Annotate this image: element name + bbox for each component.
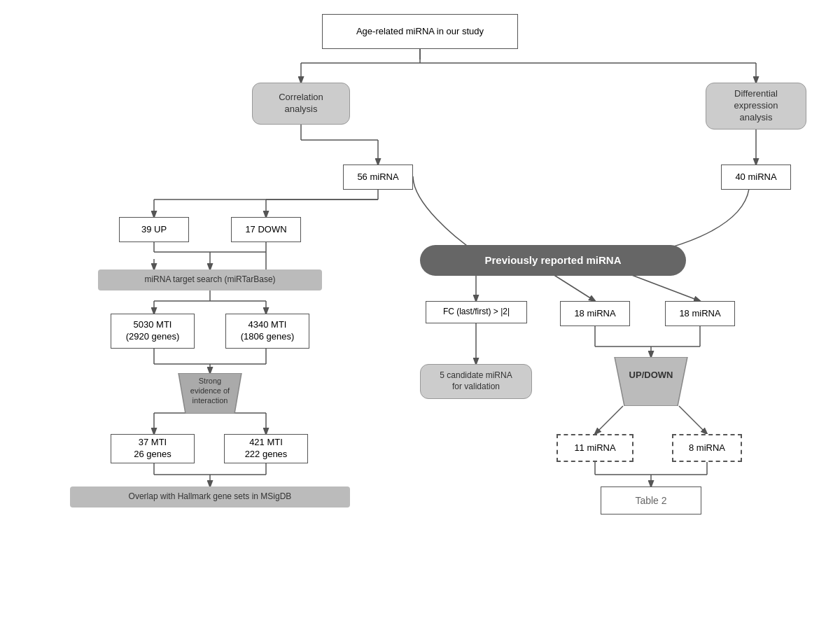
mti5030-node: 5030 MTI (2920 genes) xyxy=(111,314,195,349)
mirna56-node: 56 miRNA xyxy=(343,164,413,190)
down17-node: 17 DOWN xyxy=(231,217,301,242)
svg-text:Strong: Strong xyxy=(199,377,221,385)
mti421-label: 421 MTI 222 genes xyxy=(245,437,288,461)
down17-label: 17 DOWN xyxy=(245,224,286,236)
diagram: Age-related miRNA in our study Correlati… xyxy=(0,0,840,630)
svg-line-51 xyxy=(679,406,707,434)
mirna8-label: 8 miRNA xyxy=(689,442,725,454)
svg-text:UP/DOWN: UP/DOWN xyxy=(629,370,673,380)
mirna40-label: 40 miRNA xyxy=(735,172,776,183)
mti4340-node: 4340 MTI (1806 genes) xyxy=(225,314,309,349)
strong-evidence-node: Strong evidence of interaction xyxy=(168,373,252,414)
fc-label: FC (last/first) > |2| xyxy=(443,307,510,318)
svg-line-43 xyxy=(630,274,700,301)
mti37-node: 37 MTI 26 genes xyxy=(111,434,195,463)
target-search-label: miRNA target search (miRTarBase) xyxy=(144,274,275,286)
svg-text:interaction: interaction xyxy=(192,396,228,405)
up39-node: 39 UP xyxy=(119,217,189,242)
candidate5-label: 5 candidate miRNA for validation xyxy=(440,370,512,392)
root-label: Age-related miRNA in our study xyxy=(356,26,484,38)
mirna11-node: 11 miRNA xyxy=(556,434,634,462)
table2-node: Table 2 xyxy=(601,486,701,514)
mirna8-node: 8 miRNA xyxy=(672,434,742,462)
mti421-node: 421 MTI 222 genes xyxy=(224,434,308,463)
mirna18a-label: 18 miRNA xyxy=(574,308,615,320)
prev-reported-label: Previously reported miRNA xyxy=(484,253,621,267)
svg-marker-61 xyxy=(615,357,687,406)
mti5030-label: 5030 MTI (2920 genes) xyxy=(126,319,180,343)
root-node: Age-related miRNA in our study xyxy=(322,14,518,49)
svg-text:evidence of: evidence of xyxy=(190,386,230,395)
mirna11-label: 11 miRNA xyxy=(574,442,615,454)
mti37-label: 37 MTI 26 genes xyxy=(134,437,172,461)
svg-line-42 xyxy=(553,274,595,301)
corr-analysis-node: Correlation analysis xyxy=(252,83,350,125)
overlap-node: Overlap with Hallmark gene sets in MSigD… xyxy=(70,486,350,507)
candidate5-node: 5 candidate miRNA for validation xyxy=(420,364,532,399)
diff-expression-node: Differential expression analysis xyxy=(706,83,806,130)
mti4340-label: 4340 MTI (1806 genes) xyxy=(241,319,295,343)
mirna56-label: 56 miRNA xyxy=(357,172,398,183)
overlap-label: Overlap with Hallmark gene sets in MSigD… xyxy=(129,491,292,503)
prev-reported-node: Previously reported miRNA xyxy=(420,245,686,276)
updown-node: UP/DOWN xyxy=(608,357,694,406)
target-search-node: miRNA target search (miRTarBase) xyxy=(98,270,322,290)
table2-label: Table 2 xyxy=(635,494,666,507)
diff-label: Differential expression analysis xyxy=(734,88,778,124)
svg-line-50 xyxy=(595,406,623,434)
mirna18b-label: 18 miRNA xyxy=(679,308,720,320)
fc-node: FC (last/first) > |2| xyxy=(426,301,527,323)
mirna40-node: 40 miRNA xyxy=(721,164,791,190)
corr-label: Correlation analysis xyxy=(279,92,323,115)
mirna18a-node: 18 miRNA xyxy=(560,301,630,326)
up39-label: 39 UP xyxy=(141,224,167,236)
mirna18b-node: 18 miRNA xyxy=(665,301,735,326)
